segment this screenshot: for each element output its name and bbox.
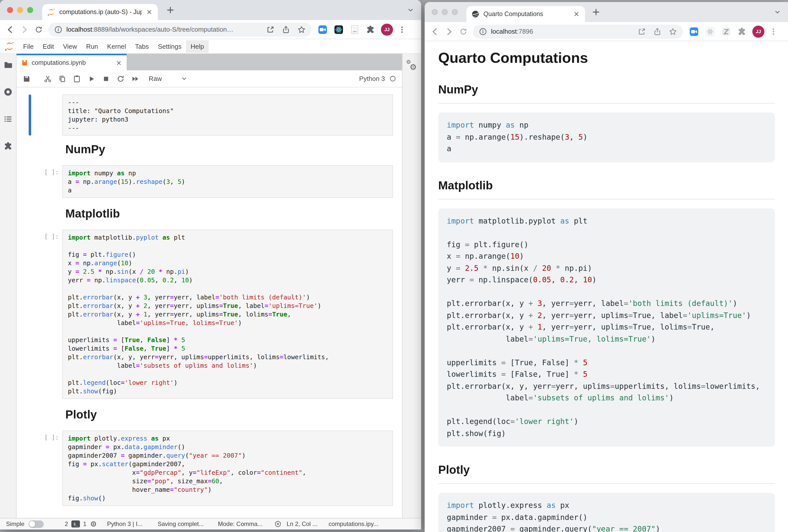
status-bar: Simple2$_1Python 3 | I...Saving complet.… — [0, 518, 421, 530]
browser-tab[interactable]: Quarto Computations — [466, 6, 585, 22]
jupyter-favicon-icon — [47, 8, 55, 16]
menu-view[interactable]: View — [59, 40, 82, 53]
cell-editor[interactable]: import plotly.express as pxgapminder = p… — [62, 431, 393, 506]
tab-close-icon[interactable] — [573, 11, 580, 18]
saving-status[interactable]: Saving complet... — [158, 520, 204, 528]
zoom-ext-icon[interactable] — [318, 24, 328, 35]
zoom-ext-icon[interactable] — [689, 26, 699, 36]
new-tab-button[interactable] — [591, 7, 600, 17]
share-icon[interactable] — [282, 25, 290, 34]
site-info-icon[interactable] — [479, 27, 487, 36]
profile-avatar[interactable]: JJ — [752, 25, 764, 37]
close-window-button[interactable] — [432, 9, 438, 15]
menu-file[interactable]: File — [19, 40, 38, 53]
new-tab-button[interactable] — [166, 5, 175, 15]
markdown-cell[interactable]: Plotly — [17, 408, 402, 422]
property-inspector-icon[interactable]: ⚙⚙ — [402, 54, 421, 77]
run-all-button[interactable] — [131, 75, 139, 83]
back-button[interactable] — [430, 27, 439, 36]
kernels-count[interactable]: 1 — [83, 520, 86, 528]
save-button[interactable] — [23, 75, 31, 83]
notebook-tab[interactable]: computations.ipynb — [17, 54, 127, 70]
paste-button[interactable] — [73, 75, 81, 83]
stop-button[interactable] — [102, 75, 110, 83]
restart-button[interactable] — [117, 75, 125, 83]
cell-editor[interactable]: import numpy as npa = np.arange(15).resh… — [62, 165, 393, 198]
code-cell[interactable]: [ ]:import matplotlib.pyplot as plt fig … — [17, 230, 402, 399]
open-in-window-icon[interactable] — [267, 25, 274, 34]
menu-settings[interactable]: Settings — [153, 40, 186, 53]
omnibox[interactable]: localhost:7896 — [473, 24, 683, 38]
site-info-icon[interactable] — [54, 25, 62, 34]
run-button[interactable] — [87, 75, 96, 83]
cut-button[interactable] — [44, 75, 52, 83]
code-line: --- — [68, 124, 388, 132]
zoom-window-button[interactable] — [452, 9, 458, 15]
kernel-status[interactable]: Python 3 | I... — [107, 520, 142, 528]
bookmark-star-icon[interactable] — [669, 27, 677, 36]
cell-editor[interactable]: ---title: "Quarto Computations"jupyter: … — [62, 95, 393, 136]
copy-button[interactable] — [58, 75, 66, 83]
browser-menu-icon[interactable] — [769, 27, 777, 36]
code-block: import plotly.express as pxgapminder = p… — [438, 493, 775, 532]
close-window-button[interactable] — [7, 7, 13, 13]
extensions-puzzle-icon[interactable] — [737, 27, 746, 36]
react-devtools-ext-icon[interactable] — [334, 24, 344, 35]
cell-type-select[interactable]: Raw — [149, 75, 162, 82]
minimize-window-button[interactable] — [442, 9, 448, 15]
menu-run[interactable]: Run — [82, 40, 103, 53]
section-heading: Matplotlib — [438, 178, 775, 199]
reload-button[interactable] — [35, 25, 43, 34]
macos-traffic-lights — [432, 9, 458, 15]
tab-search-chevron-icon[interactable] — [774, 8, 781, 16]
open-in-window-icon[interactable] — [638, 27, 646, 36]
command-mode-status[interactable]: Mode: Comma... — [218, 520, 262, 528]
menu-kernel[interactable]: Kernel — [102, 40, 131, 53]
menu-edit[interactable]: Edit — [38, 40, 59, 53]
cell-editor[interactable]: import matplotlib.pyplot as plt fig = pl… — [62, 230, 393, 399]
markdown-cell[interactable]: NumPy — [17, 143, 402, 156]
code-line: y = 2.5 * np.sin(x / 20 * np.pi) — [447, 263, 766, 274]
back-button[interactable] — [5, 25, 15, 34]
table-of-contents-icon[interactable] — [3, 115, 13, 124]
reload-button[interactable] — [459, 27, 467, 36]
docs-ext-icon[interactable] — [350, 24, 360, 35]
extensions-puzzle-icon[interactable] — [366, 25, 375, 34]
react-devtools-ext-muted-icon[interactable] — [705, 26, 715, 36]
forward-button[interactable] — [445, 27, 454, 36]
section-heading: Plotly — [438, 463, 775, 484]
minimize-window-button[interactable] — [17, 7, 23, 13]
code-cell[interactable]: [ ]:import numpy as npa = np.arange(15).… — [17, 165, 402, 198]
tab-search-chevron-icon[interactable] — [407, 6, 414, 14]
browser-menu-icon[interactable] — [398, 25, 406, 34]
cell-type-chevron-icon[interactable] — [181, 75, 188, 82]
extension-manager-icon[interactable] — [3, 142, 13, 151]
menu-help[interactable]: Help — [186, 40, 209, 53]
forward-button[interactable] — [20, 25, 29, 34]
terminals-count[interactable]: 2 — [64, 520, 68, 528]
running-sessions-icon[interactable] — [3, 87, 13, 97]
profile-avatar[interactable]: JJ — [381, 23, 393, 36]
file-browser-icon[interactable] — [3, 60, 13, 69]
active-file-name[interactable]: computations.ipy... — [329, 520, 378, 528]
raw-cell[interactable]: ---title: "Quarto Computations"jupyter: … — [17, 95, 402, 136]
tab-close-icon[interactable] — [146, 8, 153, 16]
code-line: upperlimits = [True, False] * 5 — [68, 335, 388, 344]
share-icon[interactable] — [653, 27, 661, 36]
bookmark-star-icon[interactable] — [297, 25, 306, 34]
browser-tab[interactable]: computations.ip (auto-S) - Jup — [42, 4, 158, 20]
cursor-position[interactable]: Ln 2, Col ... — [287, 520, 318, 528]
zoom-window-button[interactable] — [27, 7, 33, 13]
z-ext-icon[interactable] — [721, 26, 731, 36]
code-line — [447, 345, 766, 357]
omnibox[interactable]: localhost:8889/lab/workspaces/auto-S/tre… — [48, 22, 312, 36]
code-cell[interactable]: [ ]:import plotly.express as pxgapminder… — [17, 431, 402, 506]
markdown-cell[interactable]: Matplotlib — [17, 207, 402, 221]
simple-mode-toggle[interactable] — [28, 520, 43, 528]
menu-tabs[interactable]: Tabs — [131, 40, 154, 53]
browser-tab-title: computations.ip (auto-S) - Jup — [59, 8, 142, 16]
kernel-name[interactable]: Python 3 — [359, 75, 385, 82]
notebook-tab-close-icon[interactable] — [116, 60, 122, 66]
code-line — [68, 242, 388, 250]
code-line — [447, 286, 766, 298]
